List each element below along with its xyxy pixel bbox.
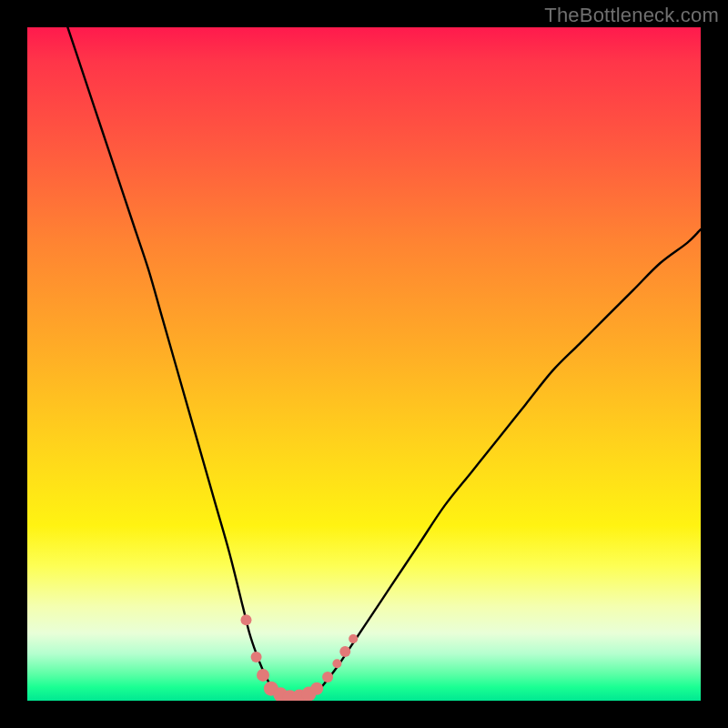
bottleneck-svg bbox=[27, 27, 701, 701]
chart-frame: TheBottleneck.com bbox=[0, 0, 728, 728]
curve-marker bbox=[322, 672, 333, 682]
curve-marker bbox=[241, 614, 252, 625]
chart-plot-area bbox=[27, 27, 701, 701]
curve-marker bbox=[310, 682, 323, 695]
curve-marker bbox=[257, 669, 269, 682]
curve-marker bbox=[251, 652, 262, 662]
curve-marker bbox=[339, 646, 350, 657]
curve-marker bbox=[332, 659, 341, 668]
watermark-text: TheBottleneck.com bbox=[544, 4, 719, 27]
curve-markers bbox=[241, 614, 359, 701]
curve-marker bbox=[349, 634, 358, 643]
bottleneck-curve bbox=[67, 27, 701, 699]
